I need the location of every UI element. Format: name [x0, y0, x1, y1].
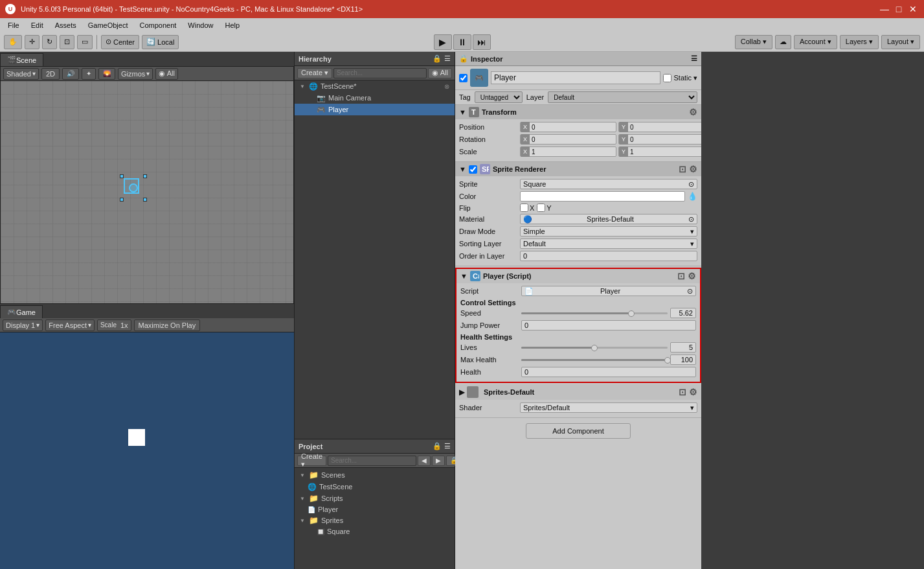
player-scene-object[interactable] [124, 178, 143, 198]
hierarchy-lock-icon[interactable]: 🔒 [433, 54, 442, 63]
menu-edit[interactable]: Edit [26, 20, 49, 30]
max-health-value[interactable]: 100 [670, 354, 696, 365]
eyedropper-icon[interactable]: 💧 [688, 192, 697, 201]
object-active-checkbox[interactable] [459, 74, 468, 82]
sprite-sprite-value[interactable]: Square ⊙ [520, 179, 697, 189]
hierarchy-search[interactable] [333, 68, 427, 78]
menu-file[interactable]: File [3, 20, 25, 30]
project-sprites-folder[interactable]: ▼ 📁 Sprites [295, 515, 455, 526]
tab-scene[interactable]: 🎬 Scene [0, 53, 43, 66]
menu-help[interactable]: Help [220, 20, 245, 30]
aspect-dropdown[interactable]: Free Aspect ▾ [45, 319, 95, 331]
max-health-thumb[interactable] [664, 357, 671, 364]
layers-button[interactable]: Layers ▾ [840, 35, 879, 49]
sprites-default-header[interactable]: ▶ Sprites-Default ⊡ ⚙ [455, 384, 701, 400]
sprite-select-icon[interactable]: ⊙ [688, 180, 694, 189]
center-button[interactable]: ⊙ Center [101, 35, 139, 49]
project-player-script[interactable]: 📄 Player [295, 504, 455, 515]
shaded-dropdown[interactable]: Shaded ▾ [3, 68, 39, 80]
menu-component[interactable]: Component [134, 20, 181, 30]
menu-assets[interactable]: Assets [50, 20, 82, 30]
static-checkbox[interactable] [663, 74, 671, 82]
account-button[interactable]: Inspector Account ▾ [794, 35, 837, 49]
transform-header[interactable]: ▼ T Transform ⚙ [455, 105, 701, 119]
speed-thumb[interactable] [628, 310, 635, 317]
minimize-button[interactable]: — [879, 3, 890, 15]
create-button[interactable]: Create ▾ [297, 68, 332, 78]
speed-value[interactable]: 5.62 [670, 308, 696, 318]
project-left-btn[interactable]: ◀ [418, 456, 431, 466]
hierarchy-menu-icon[interactable]: ☰ [444, 54, 451, 63]
local-button[interactable]: 🔄 Local [142, 35, 179, 49]
jump-power-field[interactable]: 0 [521, 320, 696, 331]
lives-track[interactable] [521, 347, 668, 349]
drawmode-dropdown[interactable]: Simple ▾ [520, 226, 697, 237]
handle-tr[interactable] [143, 174, 147, 178]
display-dropdown[interactable]: Display 1 ▾ [3, 319, 43, 331]
max-health-track[interactable] [521, 359, 668, 361]
position-x-input[interactable] [530, 122, 616, 132]
handle-bl[interactable] [120, 198, 124, 202]
position-y-input[interactable] [628, 122, 701, 132]
maximize-play-button[interactable]: Maximize On Play [134, 319, 201, 331]
rect-tool-button[interactable]: ▭ [77, 35, 93, 49]
ps-settings-icon[interactable]: ⚙ [688, 271, 696, 281]
pause-button[interactable]: ⏸ [453, 34, 471, 50]
step-button[interactable]: ⏭ [473, 34, 491, 50]
inspector-menu-icon[interactable]: ☰ [691, 54, 697, 63]
sr-settings-icon[interactable]: ⚙ [689, 164, 697, 174]
project-create-button[interactable]: Create ▾ [297, 456, 326, 466]
rotation-x-input[interactable] [530, 135, 616, 144]
testscene-close[interactable]: ⊗ [444, 83, 449, 90]
object-name-field[interactable] [491, 71, 660, 84]
all-dropdown[interactable]: ◉ All [155, 68, 178, 80]
project-lock-icon[interactable]: 🔒 [433, 442, 442, 450]
static-dropdown-arrow[interactable]: ▾ [693, 74, 697, 82]
inspector-lock-icon[interactable]: 🔒 [459, 54, 468, 63]
script-value[interactable]: 📄 Player ⊙ [521, 286, 696, 296]
play-button[interactable]: ▶ [434, 34, 452, 50]
player-script-header[interactable]: ▼ C# Player (Script) ⊡ ⚙ [456, 269, 700, 283]
script-select-icon[interactable]: ⊙ [687, 287, 693, 296]
project-right-btn[interactable]: ▶ [432, 456, 445, 466]
project-scenes-folder[interactable]: ▼ 📁 Scenes [295, 469, 455, 481]
color-swatch[interactable] [520, 191, 685, 202]
tag-select[interactable]: Untagged [475, 91, 523, 103]
sr-copy-icon[interactable]: ⊡ [679, 164, 686, 174]
flip-y-checkbox[interactable] [537, 203, 545, 212]
tab-game[interactable]: 🎮 Game [0, 305, 43, 318]
lives-value[interactable]: 5 [670, 342, 696, 353]
project-search[interactable] [328, 456, 416, 466]
collab-button[interactable]: Collab ▾ [735, 35, 772, 49]
transform-settings-icon[interactable]: ⚙ [689, 107, 697, 117]
scale-dropdown[interactable]: Scale 1x [97, 319, 131, 331]
hand-tool-button[interactable]: ✋ [4, 35, 22, 49]
audio-button[interactable]: 🔊 [62, 68, 79, 80]
project-menu-icon[interactable]: ☰ [444, 442, 451, 450]
rotation-y-input[interactable] [628, 135, 701, 144]
all-btn[interactable]: ◉ All [428, 68, 452, 78]
lives-thumb[interactable] [591, 345, 598, 351]
maximize-button[interactable]: □ [893, 3, 905, 15]
ps-copy-icon[interactable]: ⊡ [677, 271, 685, 281]
sky-button[interactable]: 🌄 [98, 68, 115, 80]
sr-enabled-checkbox[interactable] [469, 165, 477, 174]
move-tool-button[interactable]: ✛ [25, 35, 39, 49]
project-scripts-folder[interactable]: ▼ 📁 Scripts [295, 493, 455, 504]
menu-gameobject[interactable]: GameObject [83, 20, 133, 30]
speed-track[interactable] [521, 312, 668, 314]
handle-center[interactable] [129, 183, 138, 192]
fx-button[interactable]: ✦ [82, 68, 96, 80]
sd-settings-icon[interactable]: ⚙ [689, 387, 697, 397]
layer-select[interactable]: Default [548, 91, 697, 103]
health-field[interactable]: 0 [521, 367, 696, 377]
add-component-button[interactable]: Add Component [526, 423, 631, 439]
handle-br[interactable] [143, 198, 147, 202]
2d-button[interactable]: 2D [41, 68, 60, 80]
hierarchy-item-testscene[interactable]: ▼ 🌐 TestScene* ⊗ [295, 80, 455, 92]
sd-copy-icon[interactable]: ⊡ [679, 387, 686, 397]
flip-x-checkbox[interactable] [520, 203, 528, 212]
sortinglayer-dropdown[interactable]: Default ▾ [520, 238, 697, 249]
project-testscene[interactable]: 🌐 TestScene [295, 481, 455, 493]
scale-x-input[interactable] [530, 147, 616, 156]
